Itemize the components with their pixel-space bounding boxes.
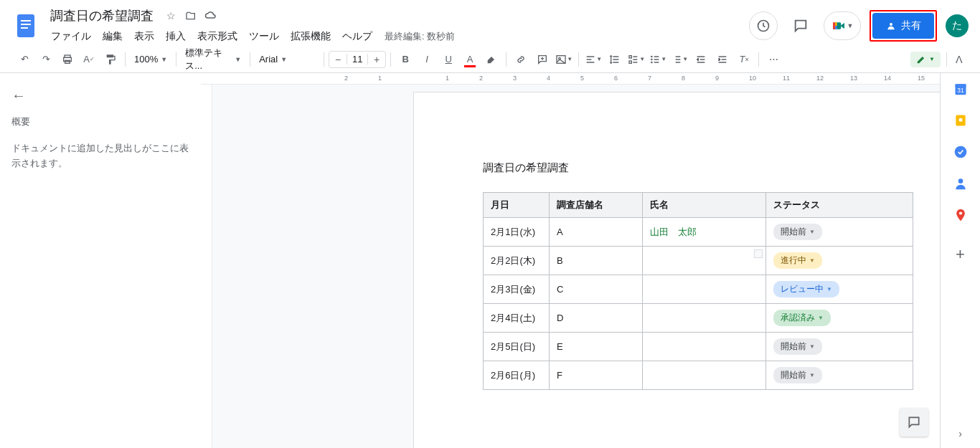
menu-extensions[interactable]: 拡張機能 [286,27,336,46]
document-heading[interactable]: 調査日の希望調査 [483,161,913,175]
menu-format[interactable]: 表示形式 [192,27,242,46]
font-size-increase[interactable]: + [368,54,385,65]
cell-date[interactable]: 2月4日(土) [484,304,550,333]
bold-button[interactable]: B [395,49,415,70]
cell-status[interactable]: レビュー中▼ [766,275,913,304]
table-row[interactable]: 2月3日(金)Cレビュー中▼ [484,275,913,304]
cell-status[interactable]: 承認済み▼ [766,304,913,333]
contacts-icon[interactable] [953,176,968,191]
indent-increase-button[interactable] [712,49,732,70]
calendar-icon[interactable]: 31 [953,82,968,96]
cell-status[interactable]: 進行中▼ [766,247,913,275]
comments-button[interactable] [786,11,815,40]
status-chip[interactable]: 開始前▼ [773,224,822,240]
editing-mode-button[interactable]: ▼ [910,52,941,67]
numbered-list-button[interactable]: ▼ [669,49,689,70]
cell-store[interactable]: C [550,275,643,304]
status-chip[interactable]: 開始前▼ [773,367,822,383]
cell-store[interactable]: E [550,333,643,361]
indent-decrease-button[interactable] [691,49,711,70]
font-size-value[interactable]: 11 [347,54,368,65]
cell-store[interactable]: A [550,218,643,247]
star-icon[interactable]: ☆ [164,9,178,23]
paint-format-button[interactable] [100,49,121,70]
menu-edit[interactable]: 編集 [98,27,128,46]
italic-button[interactable]: I [417,49,437,70]
font-select[interactable]: Arial▼ [255,50,319,69]
undo-button[interactable]: ↶ [14,49,34,70]
cell-date[interactable]: 2月3日(金) [484,275,550,304]
cell-name[interactable] [643,275,766,304]
cell-name[interactable] [643,247,766,275]
vertical-ruler[interactable] [201,85,212,448]
cell-store[interactable]: B [550,247,643,275]
menu-tools[interactable]: ツール [244,27,284,46]
clear-format-button[interactable]: T× [734,49,754,70]
outline-back-button[interactable]: ← [11,87,189,104]
table-header[interactable]: ステータス [766,193,913,218]
cell-date[interactable]: 2月6日(月) [484,361,550,390]
add-addon-button[interactable]: + [956,245,965,264]
cell-name[interactable] [643,304,766,333]
horizontal-ruler[interactable]: 21123456789101112131415161718 [201,73,940,85]
history-button[interactable] [749,11,778,40]
highlight-button[interactable] [481,49,501,70]
menu-file[interactable]: ファイル [46,27,96,46]
menu-insert[interactable]: 挿入 [161,27,191,46]
font-size-decrease[interactable]: − [329,54,347,65]
docs-logo-icon[interactable] [11,11,40,40]
status-chip[interactable]: 進行中▼ [773,252,822,269]
spellcheck-button[interactable]: A✓ [79,49,99,70]
zoom-select[interactable]: 100%▼ [130,50,171,69]
more-button[interactable]: ⋯ [763,49,783,70]
collapse-toolbar-button[interactable]: ᐱ [953,51,966,68]
collapse-sidepanel-button[interactable]: › [958,428,962,439]
table-header[interactable]: 調査店舗名 [550,193,643,218]
cell-date[interactable]: 2月5日(日) [484,333,550,361]
cell-status[interactable]: 開始前▼ [766,361,913,390]
cell-store[interactable]: F [550,361,643,390]
cell-date[interactable]: 2月2日(木) [484,247,550,275]
underline-button[interactable]: U [438,49,458,70]
style-select[interactable]: 標準テキス...▼ [181,50,245,69]
table-header[interactable]: 月日 [484,193,550,218]
meet-button[interactable]: ▼ [824,11,861,40]
cell-name[interactable] [643,361,766,390]
line-spacing-button[interactable] [605,49,625,70]
table-row[interactable]: 2月2日(木)B進行中▼ [484,247,913,275]
survey-table[interactable]: 月日調査店舗名氏名ステータス 2月1日(水)A山田 太郎開始前▼2月2日(木)B… [483,192,913,390]
user-avatar[interactable]: た [946,14,969,37]
move-icon[interactable] [184,9,198,23]
checklist-button[interactable]: ▼ [626,49,646,70]
add-comment-button[interactable] [532,49,552,70]
cell-date[interactable]: 2月1日(水) [484,218,550,247]
table-row[interactable]: 2月4日(土)D承認済み▼ [484,304,913,333]
align-button[interactable]: ▼ [583,49,603,70]
document-title[interactable]: 調査日の希望調査 [46,6,158,26]
text-color-button[interactable]: A [460,49,480,70]
redo-button[interactable]: ↷ [36,49,56,70]
cloud-status-icon[interactable] [204,9,218,23]
cell-status[interactable]: 開始前▼ [766,218,913,247]
tasks-icon[interactable] [953,145,968,159]
status-chip[interactable]: レビュー中▼ [773,281,839,297]
cell-name[interactable] [643,333,766,361]
cell-store[interactable]: D [550,304,643,333]
bullet-list-button[interactable]: ▼ [648,49,668,70]
last-edit-label[interactable]: 最終編集: 数秒前 [385,30,455,43]
share-button[interactable]: 共有 [872,13,934,39]
table-row[interactable]: 2月6日(月)F開始前▼ [484,361,913,390]
page[interactable]: 調査日の希望調査 月日調査店舗名氏名ステータス 2月1日(水)A山田 太郎開始前… [413,92,940,448]
status-chip[interactable]: 開始前▼ [773,338,822,355]
menu-view[interactable]: 表示 [129,27,159,46]
link-button[interactable] [511,49,531,70]
table-header[interactable]: 氏名 [643,193,766,218]
print-button[interactable] [57,49,77,70]
explore-button[interactable] [900,408,928,437]
maps-icon[interactable] [953,208,968,222]
keep-icon[interactable] [953,113,968,128]
cell-status[interactable]: 開始前▼ [766,333,913,361]
image-button[interactable]: ▼ [554,49,574,70]
table-row[interactable]: 2月1日(水)A山田 太郎開始前▼ [484,218,913,247]
status-chip[interactable]: 承認済み▼ [773,310,831,326]
